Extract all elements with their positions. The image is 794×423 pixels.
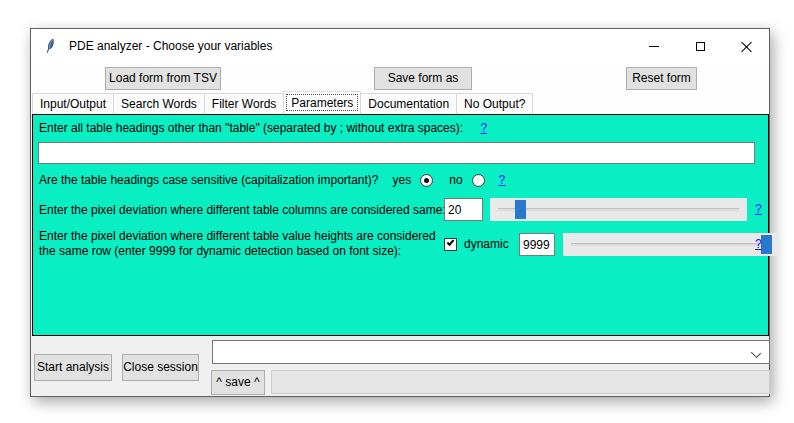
- slider-track: [498, 208, 739, 211]
- save-button[interactable]: ^ save ^: [211, 370, 265, 395]
- save-form-button[interactable]: Save form as TSV: [374, 67, 472, 90]
- radio-yes[interactable]: [420, 174, 433, 187]
- minimize-button[interactable]: [631, 29, 677, 63]
- no-label: no: [449, 173, 462, 187]
- reset-form-button[interactable]: Reset form: [626, 67, 697, 90]
- dynamic-checkbox[interactable]: [444, 238, 457, 251]
- slider-thumb[interactable]: [515, 200, 526, 219]
- session-combobox[interactable]: [212, 340, 770, 364]
- tab-no-output[interactable]: No Output?: [456, 93, 533, 114]
- row-deviation-label-line1: Enter the pixel deviation where differen…: [39, 229, 436, 243]
- row-deviation-slider[interactable]: [563, 233, 778, 256]
- column-deviation-input[interactable]: [444, 198, 483, 221]
- start-analysis-button[interactable]: Start analysis: [34, 354, 112, 381]
- tab-search-words[interactable]: Search Words: [113, 93, 205, 114]
- python-feather-icon: [43, 38, 59, 54]
- title-bar: PDE analyzer - Choose your variables: [31, 29, 769, 63]
- window-controls: [631, 29, 769, 63]
- tab-filter-words[interactable]: Filter Words: [204, 93, 284, 114]
- close-session-button[interactable]: Close session: [122, 354, 199, 381]
- app-window: PDE analyzer - Choose your variables Loa…: [30, 28, 770, 397]
- window-title: PDE analyzer - Choose your variables: [69, 39, 272, 53]
- save-name-field[interactable]: [271, 370, 770, 394]
- headings-label: Enter all table headings other than "tab…: [39, 121, 487, 135]
- slider-track: [571, 243, 770, 246]
- tab-input-output[interactable]: Input/Output: [32, 93, 114, 114]
- chevron-down-icon[interactable]: [751, 348, 761, 358]
- column-help-link[interactable]: ?: [755, 202, 762, 216]
- tab-bar: Input/Output Search Words Filter Words P…: [32, 92, 532, 114]
- maximize-icon: [696, 42, 705, 51]
- minimize-icon: [649, 46, 659, 47]
- headings-input[interactable]: [38, 142, 755, 164]
- radio-no[interactable]: [472, 174, 485, 187]
- case-sensitive-label: Are the table headings case sensitive (c…: [39, 173, 379, 187]
- maximize-button[interactable]: [677, 29, 723, 63]
- dynamic-checkbox-label: dynamic: [464, 237, 509, 251]
- case-sensitive-row: Are the table headings case sensitive (c…: [39, 172, 505, 188]
- checkmark-icon: [447, 238, 455, 246]
- tab-documentation[interactable]: Documentation: [360, 93, 457, 114]
- close-icon: [741, 41, 752, 52]
- row-deviation-input[interactable]: [519, 233, 555, 256]
- column-deviation-label: Enter the pixel deviation where differen…: [39, 203, 446, 217]
- headings-help-link[interactable]: ?: [480, 121, 487, 135]
- yes-label: yes: [393, 173, 412, 187]
- column-deviation-slider[interactable]: [490, 198, 747, 221]
- slider-thumb[interactable]: [761, 235, 772, 254]
- parameters-panel: Enter all table headings other than "tab…: [32, 114, 769, 336]
- close-button[interactable]: [723, 29, 769, 63]
- row-deviation-label-line2: the same row (enter 9999 for dynamic det…: [39, 244, 401, 258]
- row-help-link[interactable]: ?: [755, 237, 762, 251]
- case-help-link[interactable]: ?: [499, 173, 506, 187]
- load-form-button[interactable]: Load form from TSV: [105, 67, 221, 90]
- tab-parameters[interactable]: Parameters: [283, 91, 361, 114]
